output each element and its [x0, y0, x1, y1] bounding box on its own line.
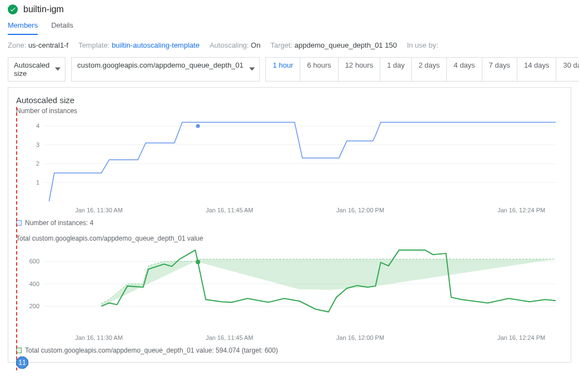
time-range-option[interactable]: 6 hours	[300, 58, 338, 81]
charts-card: Autoscaled size Number of instances 1234…	[8, 87, 571, 363]
time-range-option[interactable]: 30 days	[556, 58, 579, 81]
svg-text:Jan 16, 12:24 PM: Jan 16, 12:24 PM	[497, 207, 545, 213]
meta-zone-v: us-central1-f	[28, 41, 68, 49]
measure-dropdown[interactable]: Autoscaled size	[8, 57, 66, 82]
annotation-badge: 5	[16, 357, 28, 369]
annotation-badge: 11	[16, 357, 28, 369]
legend1-text: Number of instances: 4	[25, 219, 93, 227]
annotation-badge: 4	[16, 357, 28, 369]
time-range-selector: 1 hour6 hours12 hours1 day2 days4 days7 …	[265, 57, 579, 82]
svg-text:200: 200	[29, 303, 39, 309]
time-range-option[interactable]: 1 day	[380, 58, 412, 81]
svg-text:Jan 16, 11:30 AM: Jan 16, 11:30 AM	[75, 334, 123, 341]
svg-text:Jan 16, 11:30 AM: Jan 16, 11:30 AM	[75, 207, 123, 213]
card-title: Autoscaled size	[16, 95, 563, 105]
svg-text:1: 1	[36, 179, 39, 186]
measure-dropdown-label: Autoscaled size	[14, 61, 49, 78]
annotation-badge: 2	[16, 357, 28, 369]
status-ok-icon	[8, 4, 18, 14]
chart-queue-depth: 200400600Jan 16, 11:30 AMJan 16, 11:45 A…	[16, 245, 560, 344]
svg-text:Jan 16, 11:45 AM: Jan 16, 11:45 AM	[206, 207, 254, 213]
svg-text:Jan 16, 12:24 PM: Jan 16, 12:24 PM	[497, 334, 545, 341]
time-range-option[interactable]: 14 days	[517, 58, 557, 81]
svg-text:4: 4	[36, 123, 39, 129]
svg-text:3: 3	[36, 141, 39, 148]
metric-dropdown[interactable]: custom.googleapis.com/appdemo_queue_dept…	[71, 57, 260, 82]
chart-instances: 1234Jan 16, 11:30 AMJan 16, 11:45 AMJan …	[16, 117, 560, 217]
meta-target-v: appdemo_queue_depth_01 150	[295, 41, 397, 49]
caret-icon	[249, 65, 255, 74]
svg-text:Jan 16, 11:45 AM: Jan 16, 11:45 AM	[206, 334, 254, 341]
annotation-badge: 3	[16, 357, 28, 369]
svg-point-12	[196, 124, 200, 128]
tabs: Members Details	[8, 19, 571, 35]
annotation-badge: 7	[16, 357, 28, 369]
tab-members[interactable]: Members	[8, 19, 38, 35]
meta-template-v[interactable]: builtin-autoscaling-template	[112, 41, 199, 49]
svg-text:400: 400	[29, 281, 39, 287]
svg-point-23	[196, 260, 200, 264]
legend2-swatch-icon	[16, 348, 22, 353]
page-title: builtin-igm	[23, 4, 64, 14]
meta-row: Zone: us-central1-f Template: builtin-au…	[8, 41, 571, 49]
annotation-badge: 10	[16, 357, 28, 369]
time-range-option[interactable]: 12 hours	[339, 58, 381, 81]
annotation-badge: 1	[16, 357, 28, 369]
annotation-badge: 9	[16, 357, 28, 369]
meta-zone-k: Zone:	[8, 41, 26, 49]
legend1-swatch-icon	[16, 220, 22, 226]
meta-autoscaling-k: Autoscaling:	[209, 41, 249, 49]
svg-text:Jan 16, 12:00 PM: Jan 16, 12:00 PM	[336, 207, 384, 213]
caret-icon	[55, 65, 61, 74]
svg-text:Jan 16, 12:00 PM: Jan 16, 12:00 PM	[336, 334, 384, 341]
legend2-text: Total custom.googleapis.com/appdemo_queu…	[25, 347, 278, 354]
svg-text:600: 600	[29, 258, 39, 264]
annotation-badge: 8	[16, 357, 28, 369]
svg-text:2: 2	[36, 160, 39, 167]
time-range-option[interactable]: 4 days	[447, 58, 482, 81]
chart1-subtitle: Number of instances	[16, 107, 563, 115]
meta-inuse-k: In use by:	[407, 41, 438, 49]
tab-details[interactable]: Details	[51, 19, 73, 35]
meta-template-k: Template:	[78, 41, 109, 49]
chart2-subtitle: Total custom.googleapis.com/appdemo_queu…	[16, 235, 563, 242]
time-range-option[interactable]: 7 days	[482, 58, 517, 81]
meta-target-k: Target:	[270, 41, 293, 49]
time-range-option[interactable]: 2 days	[412, 58, 447, 81]
annotation-badge: 6	[16, 357, 28, 369]
time-range-option[interactable]: 1 hour	[266, 58, 300, 81]
meta-autoscaling-v: On	[251, 41, 260, 49]
metric-dropdown-label: custom.googleapis.com/appdemo_queue_dept…	[77, 61, 243, 69]
